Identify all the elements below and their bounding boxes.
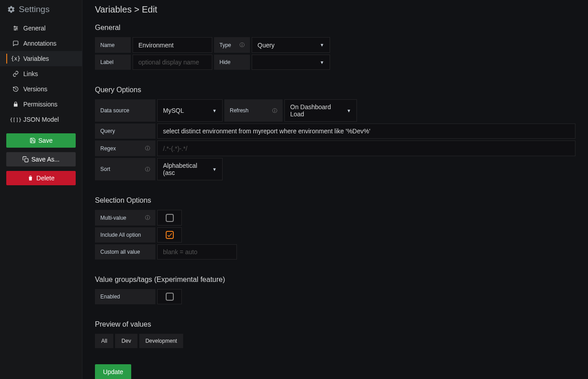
enabled-checkbox[interactable] — [166, 293, 174, 301]
preview-tag: Development — [139, 334, 184, 348]
multi-value-label: Multi-value ⓘ — [95, 210, 155, 226]
sidebar-item-variables[interactable]: {x} Variables — [0, 51, 82, 66]
svg-point-5 — [15, 29, 16, 30]
sort-select[interactable]: Alphabetical (asc ▼ — [157, 158, 223, 180]
sidebar-title: Settings — [19, 4, 50, 14]
history-icon — [13, 86, 19, 92]
caret-down-icon: ▼ — [212, 167, 217, 172]
query-input[interactable] — [157, 123, 575, 139]
type-select[interactable]: Query ▼ — [252, 37, 330, 53]
sort-label: Sort ⓘ — [95, 158, 155, 180]
custom-all-input[interactable] — [157, 244, 237, 260]
svg-rect-6 — [25, 158, 28, 162]
section-value-groups-heading: Value groups/tags (Experimental feature) — [95, 276, 575, 284]
main-content: Variables > Edit General Name Type ⓘ Que… — [82, 0, 588, 379]
regex-label: Regex ⓘ — [95, 141, 155, 156]
sidebar-item-label: Variables — [23, 55, 49, 62]
include-all-label: Include All option — [95, 227, 155, 243]
copy-icon — [22, 156, 29, 162]
save-button[interactable]: Save — [6, 133, 76, 148]
sidebar-buttons: Save Save As... Delete — [0, 127, 82, 192]
preview-tag: All — [95, 334, 113, 348]
multi-value-checkbox[interactable] — [166, 214, 174, 222]
name-label: Name — [95, 37, 131, 53]
svg-point-4 — [16, 28, 17, 29]
caret-down-icon: ▼ — [320, 60, 324, 65]
link-icon — [13, 71, 19, 77]
hide-label: Hide — [214, 55, 250, 70]
datasource-label: Data source — [95, 99, 155, 122]
breadcrumb: Variables > Edit — [95, 4, 575, 15]
preview-tags: All Dev Development — [95, 334, 575, 348]
datasource-select[interactable]: MySQL ▼ — [157, 99, 223, 122]
save-as-button[interactable]: Save As... — [6, 152, 76, 166]
section-selection-options-heading: Selection Options — [95, 196, 575, 204]
info-icon[interactable]: ⓘ — [240, 42, 245, 48]
delete-button[interactable]: Delete — [6, 171, 76, 185]
json-icon: {[]} — [13, 116, 19, 123]
info-icon[interactable]: ⓘ — [145, 166, 150, 173]
trash-icon — [27, 175, 34, 181]
hide-select[interactable]: ▼ — [252, 55, 330, 70]
sidebar-item-links[interactable]: Links — [0, 66, 82, 81]
sidebar-item-label: General — [23, 25, 46, 32]
sidebar-items: General Annotations {x} Variables Links — [0, 21, 82, 127]
save-button-label: Save — [39, 137, 53, 144]
enabled-label: Enabled — [95, 289, 155, 304]
section-query-options-heading: Query Options — [95, 86, 575, 94]
include-all-checkbox-cell — [157, 227, 182, 243]
lock-icon — [13, 101, 19, 107]
type-label: Type ⓘ — [214, 37, 250, 53]
sidebar-item-label: Versions — [23, 85, 47, 93]
sidebar-item-versions[interactable]: Versions — [0, 81, 82, 97]
save-icon — [30, 137, 36, 144]
custom-all-label: Custom all value — [95, 244, 155, 260]
sidebar-item-label: JSON Model — [23, 116, 59, 123]
info-icon[interactable]: ⓘ — [272, 107, 277, 114]
sliders-icon — [13, 25, 19, 31]
delete-button-label: Delete — [36, 175, 54, 182]
sidebar-item-label: Annotations — [23, 40, 56, 47]
label-label: Label — [95, 55, 131, 70]
name-input[interactable] — [133, 37, 212, 53]
sidebar-item-label: Links — [23, 70, 38, 77]
refresh-select[interactable]: On Dashboard Load ▼ — [284, 99, 357, 122]
include-all-checkbox[interactable] — [166, 231, 174, 239]
update-button[interactable]: Update — [95, 364, 131, 379]
sidebar-item-json-model[interactable]: {[]} JSON Model — [0, 112, 82, 127]
comment-icon — [13, 40, 19, 47]
section-preview-heading: Preview of values — [95, 320, 575, 328]
regex-input[interactable] — [157, 141, 575, 156]
sidebar-item-annotations[interactable]: Annotations — [0, 36, 82, 51]
sidebar-item-general[interactable]: General — [0, 21, 82, 36]
sidebar: Settings General Annotations {x} Variabl… — [0, 0, 82, 379]
sidebar-item-permissions[interactable]: Permissions — [0, 97, 82, 112]
svg-point-3 — [14, 26, 15, 27]
variables-icon: {x} — [13, 55, 19, 62]
multi-value-checkbox-cell — [157, 210, 182, 226]
enabled-checkbox-cell — [157, 289, 182, 304]
save-as-button-label: Save As... — [31, 156, 60, 163]
refresh-label: Refresh ⓘ — [224, 99, 283, 122]
label-input[interactable] — [133, 55, 212, 70]
info-icon[interactable]: ⓘ — [145, 214, 150, 221]
sidebar-header: Settings — [0, 0, 82, 21]
caret-down-icon: ▼ — [320, 43, 324, 47]
caret-down-icon: ▼ — [347, 108, 351, 113]
gear-icon — [7, 5, 15, 13]
query-label: Query — [95, 123, 155, 139]
section-general-heading: General — [95, 24, 575, 32]
caret-down-icon: ▼ — [212, 108, 217, 113]
info-icon[interactable]: ⓘ — [145, 145, 150, 152]
preview-tag: Dev — [115, 334, 137, 348]
sidebar-item-label: Permissions — [23, 101, 57, 108]
